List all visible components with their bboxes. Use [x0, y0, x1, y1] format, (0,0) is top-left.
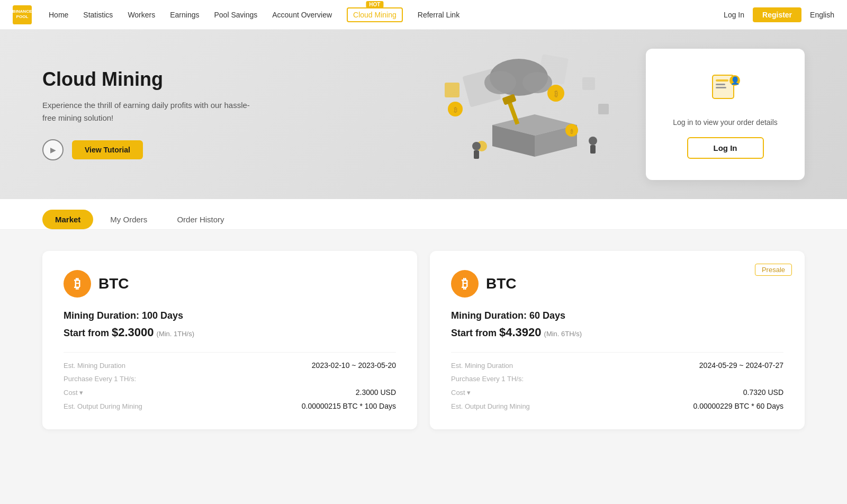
register-button[interactable]: Register — [753, 7, 801, 22]
svg-rect-24 — [445, 83, 459, 97]
hero-title: Cloud Mining — [42, 68, 254, 91]
card-1-cost-value: 2.3000 USD — [356, 388, 396, 397]
card-2-duration: Mining Duration: 60 Days — [451, 310, 783, 321]
btc-icon-2: ₿ — [451, 270, 479, 298]
play-icon: ▶ — [50, 146, 56, 154]
order-icon: 👤 — [671, 70, 779, 110]
card-2-cost-row: Cost ▾ 0.7320 USD — [451, 388, 783, 397]
nav-referral-link[interactable]: Referral Link — [418, 11, 459, 19]
card-2-output-label: Est. Output During Mining — [451, 402, 530, 410]
svg-rect-21 — [474, 150, 479, 159]
presale-badge: Presale — [755, 264, 792, 276]
card-1-output-value: 0.00000215 BTC * 100 Days — [302, 402, 396, 410]
card-1-header: ₿ BTC — [64, 270, 396, 298]
card-2-est-duration-label: Est. Mining Duration — [451, 362, 513, 370]
card-2-output-row: Est. Output During Mining 0.00000229 BTC… — [451, 402, 783, 410]
svg-text:₿: ₿ — [570, 129, 573, 134]
svg-text:POOL: POOL — [16, 14, 29, 19]
card-1-est-duration-value: 2023-02-10 ~ 2023-05-20 — [312, 361, 396, 370]
svg-point-6 — [484, 71, 516, 94]
svg-text:₿: ₿ — [554, 89, 558, 98]
card-2-details: Est. Mining Duration 2024-05-29 ~ 2024-0… — [451, 352, 783, 410]
card-1-est-duration-row: Est. Mining Duration 2023-02-10 ~ 2023-0… — [64, 361, 396, 370]
hero-description: Experience the thrill of earning daily p… — [42, 99, 254, 124]
nav-right: Log In Register English — [724, 7, 834, 22]
nav-pool-savings[interactable]: Pool Savings — [214, 11, 258, 19]
hero-banner: Cloud Mining Experience the thrill of ea… — [0, 30, 847, 199]
card-1-cost-row: Cost ▾ 2.3000 USD — [64, 388, 396, 397]
card-1-cost-label[interactable]: Cost ▾ — [64, 389, 83, 397]
svg-point-20 — [472, 142, 481, 150]
card-2-cost-value: 0.7320 USD — [743, 388, 783, 397]
tab-market[interactable]: Market — [42, 210, 93, 229]
card-1-est-duration-label: Est. Mining Duration — [64, 362, 125, 370]
card-1-price: Start from $2.3000 (Min. 1TH/s) — [64, 326, 396, 339]
svg-point-22 — [589, 137, 597, 145]
svg-rect-31 — [716, 87, 726, 88]
hero-content: Cloud Mining Experience the thrill of ea… — [42, 68, 254, 160]
card-1-details: Est. Mining Duration 2023-02-10 ~ 2023-0… — [64, 352, 396, 410]
svg-rect-30 — [716, 84, 725, 85]
nav-statistics[interactable]: Statistics — [83, 11, 113, 19]
login-card-description: Log in to view your order details — [671, 118, 779, 127]
svg-text:₿: ₿ — [454, 106, 457, 114]
card-2-coin-label: BTC — [486, 275, 517, 292]
view-tutorial-button[interactable]: View Tutorial — [72, 140, 143, 159]
card-2-price: Start from $4.3920 (Min. 6TH/s) — [451, 326, 783, 339]
svg-rect-23 — [590, 145, 596, 154]
cards-section: ₿ BTC Mining Duration: 100 Days Start fr… — [0, 230, 847, 451]
tab-order-history[interactable]: Order History — [164, 210, 237, 229]
card-1-duration: Mining Duration: 100 Days — [64, 310, 396, 321]
card-1-purchase-row: Purchase Every 1 TH/s: — [64, 375, 396, 383]
card-2-purchase-row: Purchase Every 1 TH/s: — [451, 375, 783, 383]
svg-text:BINANCE: BINANCE — [13, 8, 32, 13]
card-2-purchase-label: Purchase Every 1 TH/s: — [451, 375, 524, 383]
navbar: BINANCE POOL Home Statistics Workers Ear… — [0, 0, 847, 30]
nav-workers[interactable]: Workers — [128, 11, 155, 19]
price-from-label-2: Start from — [451, 328, 499, 338]
nav-earnings[interactable]: Earnings — [170, 11, 199, 19]
language-selector[interactable]: English — [810, 11, 834, 19]
card-2-output-value: 0.00000229 BTC * 60 Days — [693, 402, 783, 410]
card-1-output-label: Est. Output During Mining — [64, 402, 142, 410]
nav-links: Home Statistics Workers Earnings Pool Sa… — [49, 7, 724, 22]
logo[interactable]: BINANCE POOL — [13, 5, 32, 24]
card-1-price-value: $2.3000 — [112, 326, 154, 339]
card-1-coin-label: BTC — [98, 275, 129, 292]
card-1-output-row: Est. Output During Mining 0.00000215 BTC… — [64, 402, 396, 410]
svg-text:👤: 👤 — [731, 76, 740, 85]
card-1-purchase-label: Purchase Every 1 TH/s: — [64, 375, 136, 383]
hero-illustration: ₿ ₿ ₿ — [402, 30, 625, 199]
hero-actions: ▶ View Tutorial — [42, 139, 254, 160]
mining-card-2: Presale ₿ BTC Mining Duration: 60 Days S… — [430, 251, 805, 429]
login-order-card: 👤 Log in to view your order details Log … — [646, 49, 805, 180]
mining-card-1: ₿ BTC Mining Duration: 100 Days Start fr… — [42, 251, 417, 429]
btc-icon-1: ₿ — [64, 270, 91, 298]
nav-cloud-mining[interactable]: HOT Cloud Mining — [347, 7, 403, 22]
card-2-cost-label[interactable]: Cost ▾ — [451, 389, 471, 397]
card-2-price-min: (Min. 6TH/s) — [544, 330, 582, 338]
card-2-header: ₿ BTC — [451, 270, 783, 298]
play-button[interactable]: ▶ — [42, 139, 64, 160]
svg-rect-29 — [716, 79, 728, 82]
card-2-est-duration-value: 2024-05-29 ~ 2024-07-27 — [699, 361, 783, 370]
svg-rect-26 — [598, 104, 609, 114]
tabs-section: Market My Orders Order History — [0, 199, 847, 230]
card-login-button[interactable]: Log In — [687, 137, 764, 159]
tab-my-orders[interactable]: My Orders — [97, 210, 160, 229]
hot-badge: HOT — [366, 1, 383, 8]
card-1-price-min: (Min. 1TH/s) — [157, 330, 195, 338]
tabs: Market My Orders Order History — [42, 210, 805, 229]
price-from-label: Start from — [64, 328, 112, 338]
login-button[interactable]: Log In — [724, 11, 744, 19]
card-2-est-duration-row: Est. Mining Duration 2024-05-29 ~ 2024-0… — [451, 361, 783, 370]
svg-point-7 — [522, 72, 552, 93]
nav-account-overview[interactable]: Account Overview — [272, 11, 332, 19]
svg-rect-25 — [582, 77, 595, 90]
nav-home[interactable]: Home — [49, 11, 68, 19]
card-2-price-value: $4.3920 — [499, 326, 542, 339]
